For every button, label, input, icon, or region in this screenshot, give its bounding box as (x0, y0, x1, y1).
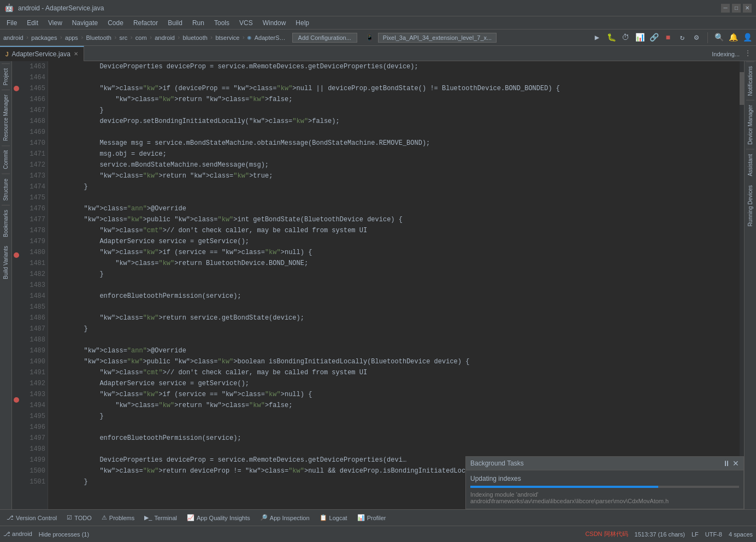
account-icon[interactable]: 👤 (742, 32, 753, 43)
minimize-button[interactable]: ─ (721, 4, 730, 13)
indexing-label: Indexing... (712, 51, 740, 57)
menu-view[interactable]: View (44, 18, 67, 28)
sidebar-structure[interactable]: Structure (2, 174, 10, 205)
menu-edit[interactable]: Edit (22, 18, 43, 28)
search-icon[interactable]: 🔍 (713, 32, 724, 43)
breadcrumb-android2[interactable]: android (155, 34, 175, 41)
bottom-tab-app-inspection[interactable]: 🔎 App Inspection (256, 510, 314, 526)
attach-icon[interactable]: 🔗 (648, 32, 659, 43)
profiler-label: Profiler (367, 515, 386, 521)
code-line: } (52, 105, 735, 116)
bottom-toolbar: ⎇ Version Control ☑ TODO ⚠ Problems ▶_ T… (0, 509, 756, 526)
menu-vcs[interactable]: VCS (235, 18, 257, 28)
main-area: Project Resource Manager Commit Structur… (0, 61, 756, 509)
code-line: } (52, 181, 735, 192)
sidebar-build-variants[interactable]: Build Variants (2, 241, 10, 284)
breadcrumb-bluetooth2[interactable]: bluetooth (183, 34, 208, 41)
code-line: "kw">class="ann">@Override (52, 345, 735, 356)
bottom-tab-version-control[interactable]: ⎇ Version Control (2, 510, 61, 526)
code-line: "kw">class="kw">if (service == "kw">clas… (52, 389, 735, 400)
code-line: deviceProp.setBondingInitiatedLocally("k… (52, 116, 735, 127)
settings-icon[interactable]: ⚙ (691, 32, 702, 43)
breadcrumb-btservice[interactable]: btservice (215, 34, 239, 41)
code-line: "kw">class="kw">return "kw">class="kw">f… (52, 400, 735, 411)
maximize-button[interactable]: □ (732, 4, 741, 13)
sync-icon[interactable]: ↻ (677, 32, 688, 43)
bottom-tab-profiler[interactable]: 📊 Profiler (353, 510, 391, 526)
code-line: "kw">class="kw">public "kw">class="kw">i… (52, 214, 735, 225)
sidebar-notifications[interactable]: Notifications (746, 61, 754, 100)
status-encoding[interactable]: UTF-8 (705, 531, 722, 538)
run-icon[interactable]: ▶ (592, 32, 603, 43)
menu-file[interactable]: File (2, 18, 21, 28)
bg-tasks-controls[interactable]: ⏸ ✕ (723, 459, 739, 468)
sidebar-running-devices[interactable]: Running Devices (746, 181, 754, 231)
sidebar-commit[interactable]: Commit (2, 145, 10, 173)
status-git[interactable]: ⎇ android (3, 531, 32, 538)
problems-icon: ⚠ (102, 514, 107, 521)
breadcrumb-com[interactable]: com (135, 34, 147, 41)
breadcrumb-apps[interactable]: apps (65, 34, 78, 41)
menu-navigate[interactable]: Navigate (68, 18, 102, 28)
menu-help[interactable]: Help (291, 18, 314, 28)
bg-tasks-pause-button[interactable]: ⏸ (723, 459, 730, 468)
code-line: } (52, 269, 735, 280)
code-content[interactable]: DeviceProperties deviceProp = service.mR… (48, 61, 740, 509)
notifications-icon[interactable]: 🔔 (728, 32, 739, 43)
code-line (52, 72, 735, 83)
breakpoint-dot[interactable] (14, 86, 19, 91)
status-hide-processes[interactable]: Hide processes (1) (39, 531, 89, 538)
sidebar-project[interactable]: Project (2, 63, 10, 90)
app-icon: 🤖 (4, 3, 14, 13)
debug-icon[interactable]: 🐛 (606, 32, 617, 43)
menu-code[interactable]: Code (103, 18, 128, 28)
code-line (52, 444, 735, 455)
breadcrumb-src[interactable]: src (120, 34, 128, 41)
version-control-icon: ⎇ (7, 514, 14, 521)
bg-tasks-close-button[interactable]: ✕ (733, 459, 739, 468)
profile-icon[interactable]: 📊 (634, 32, 645, 43)
bottom-tab-terminal[interactable]: ▶_ Terminal (140, 510, 181, 526)
run-config-button[interactable]: Add Configuration... (292, 33, 357, 43)
status-cursor-pos[interactable]: 1513:37 (16 chars) (635, 531, 685, 538)
tab-options-icon[interactable]: ⋮ (744, 49, 752, 58)
sidebar-resource-manager[interactable]: Resource Manager (2, 90, 10, 145)
bg-task-subtitle: Indexing module 'android' android\framew… (470, 491, 739, 504)
stop-icon[interactable]: ■ (663, 32, 674, 43)
file-tab-close-icon[interactable]: ✕ (74, 51, 78, 57)
menu-window[interactable]: Window (258, 18, 291, 28)
vertical-scrollbar[interactable] (740, 61, 744, 509)
coverage-icon[interactable]: ⏱ (620, 32, 631, 43)
file-tab-label: AdapterService.java (12, 50, 70, 58)
status-csdn: CSDN 阿林代码 (585, 530, 628, 538)
sidebar-bookmarks[interactable]: Bookmarks (2, 205, 10, 241)
breadcrumb-android[interactable]: android (3, 34, 23, 41)
menu-run[interactable]: Run (188, 18, 209, 28)
bottom-tab-problems[interactable]: ⚠ Problems (97, 510, 139, 526)
close-button[interactable]: ✕ (743, 4, 752, 13)
breadcrumb-bluetooth[interactable]: Bluetooth (86, 34, 111, 41)
code-line: DeviceProperties deviceProp = service.mR… (52, 61, 735, 72)
device-selector-button[interactable]: Pixel_3a_API_34_extension_level_7_x... (378, 33, 497, 43)
menu-build[interactable]: Build (163, 18, 187, 28)
tab-options[interactable]: ⋮ (744, 49, 756, 58)
bottom-tab-logcat[interactable]: 📋 Logcat (315, 510, 352, 526)
menu-refactor[interactable]: Refactor (129, 18, 162, 28)
breadcrumb-packages[interactable]: packages (31, 34, 57, 41)
bottom-tab-app-quality[interactable]: 📈 App Quality Insights (182, 510, 255, 526)
code-editor[interactable]: 1463146414651466146714681469147014711472… (12, 61, 744, 509)
profiler-icon: 📊 (357, 514, 365, 521)
sidebar-device-manager[interactable]: Device Manager (746, 100, 754, 149)
status-indent[interactable]: 4 spaces (729, 531, 753, 538)
file-tab-adapterservice[interactable]: J AdapterService.java ✕ (0, 46, 84, 61)
bottom-tab-todo[interactable]: ☑ TODO (62, 510, 96, 526)
sidebar-assistant[interactable]: Assistant (746, 149, 754, 181)
line-numbers: 1463146414651466146714681469147014711472… (21, 61, 48, 509)
breadcrumb-adapter[interactable]: AdapterS… (255, 34, 286, 41)
breakpoint-dot[interactable] (14, 397, 19, 403)
breakpoint-dot[interactable] (14, 252, 19, 258)
menu-tools[interactable]: Tools (210, 18, 234, 28)
title-bar-controls[interactable]: ─ □ ✕ (721, 4, 752, 13)
status-line-ending[interactable]: LF (692, 531, 699, 538)
scrollbar-thumb[interactable] (740, 72, 744, 105)
